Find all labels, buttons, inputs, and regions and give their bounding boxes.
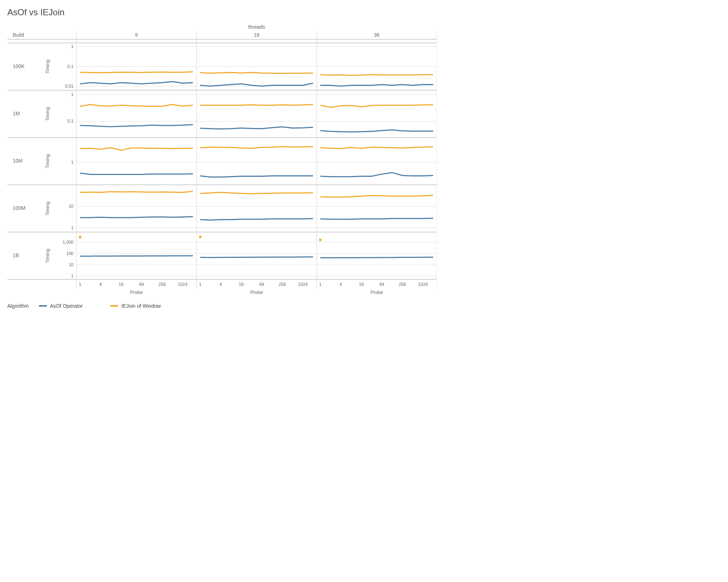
svg-point-72 [199,236,202,238]
svg-text:Probe: Probe [371,290,383,295]
facet-grid-svg: threads91836Build100KTiming10.10.011MTim… [7,23,437,299]
svg-text:1: 1 [71,92,74,97]
svg-text:1B: 1B [13,252,19,258]
svg-text:256: 256 [158,282,166,287]
svg-text:1: 1 [319,282,322,287]
svg-text:36: 36 [374,32,380,38]
svg-text:64: 64 [259,282,264,287]
svg-text:0.01: 0.01 [65,84,74,89]
svg-text:1024: 1024 [178,282,187,287]
svg-text:Timing: Timing [45,107,50,121]
legend-title: Algorithm [7,303,29,309]
svg-point-73 [319,239,322,241]
legend: Algorithm AsOf Operator IEJoin of Window [7,303,721,309]
svg-text:16: 16 [239,282,244,287]
svg-text:16: 16 [119,282,124,287]
svg-text:100: 100 [66,251,74,256]
svg-text:10: 10 [69,262,74,267]
svg-text:100K: 100K [13,63,25,69]
page-title: AsOf vs IEJoin [7,7,721,17]
legend-swatch-asof [39,305,47,307]
legend-swatch-iej [110,305,118,307]
svg-text:Timing: Timing [45,249,50,263]
svg-text:10M: 10M [13,158,23,164]
svg-text:256: 256 [278,282,286,287]
svg-text:1: 1 [71,160,74,165]
chart-container: threads91836Build100KTiming10.10.011MTim… [7,23,721,299]
svg-text:16: 16 [359,282,364,287]
svg-text:4: 4 [219,282,222,287]
svg-text:18: 18 [254,32,260,38]
svg-text:100M: 100M [13,205,25,211]
svg-text:Probe: Probe [250,290,263,295]
svg-text:1: 1 [199,282,202,287]
svg-text:9: 9 [135,32,138,38]
svg-text:Timing: Timing [45,154,50,168]
svg-text:4: 4 [99,282,102,287]
svg-text:1: 1 [71,274,74,279]
svg-text:1,000: 1,000 [63,240,74,245]
svg-text:1: 1 [79,282,82,287]
svg-text:1: 1 [71,225,74,230]
svg-text:64: 64 [139,282,144,287]
svg-text:Probe: Probe [130,290,143,295]
svg-text:4: 4 [340,282,342,287]
svg-text:64: 64 [379,282,384,287]
svg-text:10: 10 [69,204,74,209]
svg-text:1024: 1024 [298,282,308,287]
svg-text:threads: threads [248,24,265,30]
svg-point-71 [79,236,82,238]
svg-text:1M: 1M [13,111,20,116]
legend-label-iej: IEJoin of Window [121,303,161,309]
svg-text:256: 256 [399,282,406,287]
svg-text:0.1: 0.1 [67,119,74,124]
svg-text:Timing: Timing [45,60,50,74]
svg-text:Build: Build [13,32,24,38]
svg-text:1024: 1024 [418,282,428,287]
svg-text:Timing: Timing [45,202,50,216]
svg-text:0.1: 0.1 [67,64,74,69]
legend-label-asof: AsOf Operator [50,303,83,309]
svg-text:1: 1 [71,44,74,49]
